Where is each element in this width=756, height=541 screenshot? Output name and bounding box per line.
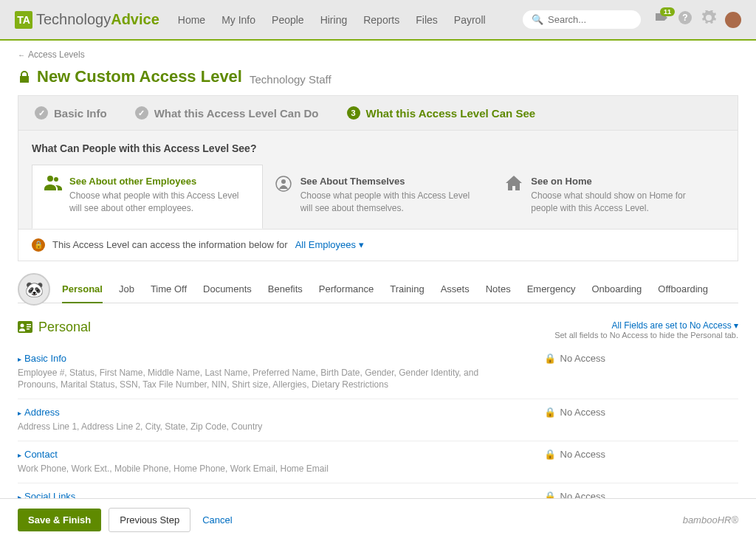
tab-notes[interactable]: Notes <box>486 276 511 302</box>
tab-job[interactable]: Job <box>119 276 134 302</box>
search-container[interactable]: 🔍 <box>523 10 641 29</box>
field-desc: Address Line 1, Address Line 2, City, St… <box>18 421 490 433</box>
option-title: See on Home <box>531 176 712 187</box>
option-desc: Choose what should show on Home for peop… <box>531 190 712 215</box>
top-nav: Home My Info People Hiring Reports Files… <box>178 14 486 26</box>
logo[interactable]: TA TechnologyAdvice <box>15 11 159 29</box>
section-controls: All Fields are set to No Access ▾ Set al… <box>554 320 738 340</box>
lock-icon <box>18 70 31 83</box>
lock-icon: 🔒 <box>544 449 556 460</box>
svg-rect-6 <box>27 324 31 325</box>
nav-payroll[interactable]: Payroll <box>454 14 486 26</box>
home-icon <box>506 176 523 215</box>
gear-icon[interactable] <box>701 10 716 29</box>
category-tabs: 🐼 Personal Job Time Off Documents Benefi… <box>18 276 738 303</box>
brand-label: bambooHR® <box>683 514 738 526</box>
field-expand[interactable]: Address <box>18 407 544 418</box>
previous-step-button[interactable]: Previous Step <box>109 508 190 532</box>
field-address: Address Address Line 1, Address Line 2, … <box>18 399 738 441</box>
nav-home[interactable]: Home <box>178 14 205 26</box>
svg-text:?: ? <box>682 13 687 23</box>
svg-rect-8 <box>27 328 30 330</box>
all-fields-dropdown[interactable]: All Fields are set to No Access ▾ <box>612 320 738 331</box>
option-title: See About Themselves <box>300 176 481 187</box>
search-icon: 🔍 <box>532 14 543 25</box>
chevron-down-icon: ▾ <box>734 320 738 331</box>
option-desc: Choose what people with this Access Leve… <box>69 190 250 215</box>
svg-point-5 <box>21 324 24 328</box>
page-title: New Custom Access Level <box>18 67 242 86</box>
see-panel: What Can People with this Access Level S… <box>18 131 738 230</box>
logo-box: TA <box>15 11 32 29</box>
inbox-icon[interactable]: 11 <box>654 12 669 27</box>
lock-icon: 🔒 <box>544 353 556 364</box>
option-desc: Choose what people with this Access Leve… <box>300 190 481 215</box>
option-home[interactable]: See on Home Choose what should show on H… <box>493 165 724 229</box>
help-icon[interactable]: ? <box>678 10 693 29</box>
option-title: See About other Employees <box>69 176 250 187</box>
panel-heading: What Can People with this Access Level S… <box>32 142 724 154</box>
profile-avatar: 🐼 <box>18 273 50 306</box>
id-card-icon <box>18 321 32 333</box>
avatar[interactable] <box>725 12 741 28</box>
field-desc: Work Phone, Work Ext., Mobile Phone, Hom… <box>18 463 490 475</box>
nav-people[interactable]: People <box>272 14 304 26</box>
save-finish-button[interactable]: Save & Finish <box>18 509 101 531</box>
field-expand[interactable]: Basic Info <box>18 353 544 364</box>
tab-documents[interactable]: Documents <box>203 276 252 302</box>
tab-offboarding[interactable]: Offboarding <box>658 276 708 302</box>
tab-performance[interactable]: Performance <box>319 276 374 302</box>
nav-myinfo[interactable]: My Info <box>221 14 255 26</box>
field-contact: Contact Work Phone, Work Ext., Mobile Ph… <box>18 441 738 483</box>
tab-timeoff[interactable]: Time Off <box>151 276 187 302</box>
field-expand[interactable]: Contact <box>18 449 544 460</box>
employee-scope-dropdown[interactable]: All Employees ▾ <box>295 239 364 250</box>
tab-training[interactable]: Training <box>390 276 424 302</box>
section-title: Personal <box>18 320 91 335</box>
check-icon: ✓ <box>135 106 148 120</box>
field-basic-info: Basic Info Employee #, Status, First Nam… <box>18 345 738 400</box>
page-title-row: New Custom Access Level Technology Staff <box>18 64 738 95</box>
option-themselves[interactable]: See About Themselves Choose what people … <box>263 165 494 229</box>
chevron-down-icon: ▾ <box>359 239 364 250</box>
search-input[interactable] <box>548 14 632 25</box>
svg-rect-7 <box>27 326 31 328</box>
field-access[interactable]: 🔒No Access <box>544 449 605 460</box>
option-other-employees[interactable]: See About other Employees Choose what pe… <box>32 165 263 229</box>
section-header: Personal All Fields are set to No Access… <box>18 320 738 340</box>
info-bar: 🔒 This Access Level can access the infor… <box>18 230 738 261</box>
topbar: TA TechnologyAdvice Home My Info People … <box>0 0 756 41</box>
wizard-step-3[interactable]: 3 What this Access Level Can See <box>347 106 536 120</box>
wizard-steps: ✓ Basic Info ✓ What this Access Level Ca… <box>18 95 738 131</box>
wizard-step-2[interactable]: ✓ What this Access Level Can Do <box>135 106 319 120</box>
tab-emergency[interactable]: Emergency <box>527 276 576 302</box>
lock-badge-icon: 🔒 <box>32 238 45 252</box>
svg-point-3 <box>281 179 286 184</box>
inbox-badge: 11 <box>660 7 675 16</box>
step-number: 3 <box>347 106 360 120</box>
field-access[interactable]: 🔒No Access <box>544 353 605 364</box>
nav-hiring[interactable]: Hiring <box>320 14 348 26</box>
header-icons: 11 ? <box>654 10 741 29</box>
page-subtitle: Technology Staff <box>250 73 331 86</box>
logo-text-2: Advice <box>111 11 159 28</box>
person-icon <box>275 176 293 215</box>
tab-benefits[interactable]: Benefits <box>268 276 303 302</box>
field-desc: Employee #, Status, First Name, Middle N… <box>18 367 490 392</box>
section-hint: Set all fields to No Access to hide the … <box>554 331 738 340</box>
field-access[interactable]: 🔒No Access <box>544 407 605 418</box>
bottom-bar: Save & Finish Previous Step Cancel bambo… <box>0 498 756 541</box>
cancel-button[interactable]: Cancel <box>202 514 232 526</box>
tab-onboarding[interactable]: Onboarding <box>591 276 642 302</box>
lock-icon: 🔒 <box>544 407 556 418</box>
tab-personal[interactable]: Personal <box>62 276 103 303</box>
tab-assets[interactable]: Assets <box>441 276 470 302</box>
people-icon <box>44 176 62 215</box>
breadcrumb[interactable]: Access Levels <box>18 41 738 64</box>
check-icon: ✓ <box>35 106 48 120</box>
wizard-step-1[interactable]: ✓ Basic Info <box>35 106 107 120</box>
nav-reports[interactable]: Reports <box>363 14 399 26</box>
options-row: See About other Employees Choose what pe… <box>32 165 724 229</box>
logo-text-1: Technology <box>36 11 111 28</box>
nav-files[interactable]: Files <box>416 14 438 26</box>
